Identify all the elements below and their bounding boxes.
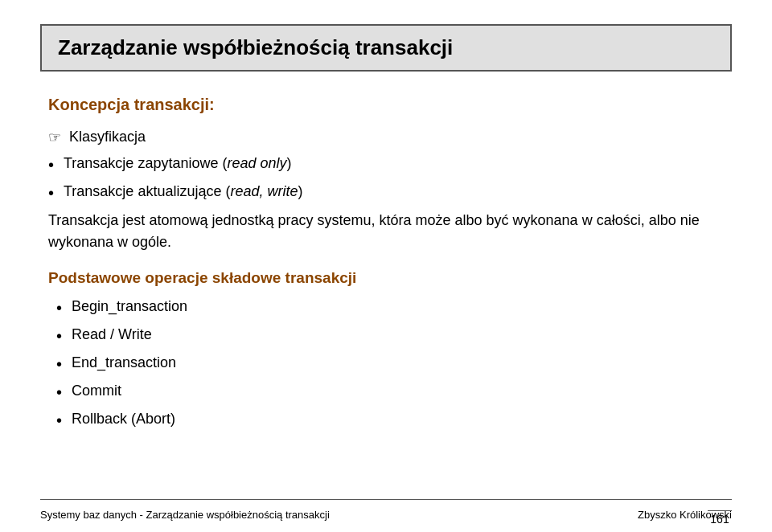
slide-title: Zarządzanie współbieżnością transakcji bbox=[58, 35, 453, 59]
op-item-4: • Commit bbox=[56, 381, 732, 403]
paragraph-text: Transakcja jest atomową jednostką pracy … bbox=[48, 210, 732, 253]
bullet-item-2-text: Transakcje aktualizujące (read, write) bbox=[64, 182, 302, 202]
footer-left-text: Systemy baz danych - Zarządzanie współbi… bbox=[40, 509, 330, 521]
op-item-2-text: Read / Write bbox=[72, 325, 152, 345]
op-item-5-text: Rollback (Abort) bbox=[72, 409, 175, 429]
title-box: Zarządzanie współbieżnością transakcji bbox=[40, 24, 732, 72]
operations-list: • Begin_transaction • Read / Write • End… bbox=[48, 297, 732, 431]
bullet-dot-1: • bbox=[48, 154, 54, 175]
phone-item: ☞ Klasyfikacja bbox=[48, 127, 732, 147]
op-item-2: • Read / Write bbox=[56, 325, 732, 346]
bullet-dot-op-1: • bbox=[56, 297, 62, 318]
footer-line bbox=[40, 499, 732, 500]
bullet-dot-op-2: • bbox=[56, 325, 62, 346]
bullet-dot-op-4: • bbox=[56, 382, 62, 403]
bullet-item-1: • Transakcje zapytaniowe (read only) bbox=[48, 153, 732, 175]
op-item-3-text: End_transaction bbox=[72, 353, 176, 373]
slide-container: Zarządzanie współbieżnością transakcji K… bbox=[0, 0, 772, 532]
op-item-3: • End_transaction bbox=[56, 353, 732, 374]
sub-heading: Podstawowe operacje składowe transakcji bbox=[48, 269, 732, 287]
bullet-dot-op-5: • bbox=[56, 410, 62, 431]
op-item-4-text: Commit bbox=[72, 381, 121, 401]
phone-icon: ☞ bbox=[48, 129, 61, 146]
op-item-5: • Rollback (Abort) bbox=[56, 409, 732, 431]
op-item-1-text: Begin_transaction bbox=[72, 297, 187, 317]
footer-content: Systemy baz danych - Zarządzanie współbi… bbox=[40, 509, 732, 521]
bullet-dot-2: • bbox=[48, 182, 54, 203]
section-heading: Koncepcja transakcji: bbox=[48, 96, 732, 114]
bullet-item-2: • Transakcje aktualizujące (read, write) bbox=[48, 182, 732, 203]
page-number: 161 bbox=[708, 510, 732, 526]
bullet-item-1-text: Transakcje zapytaniowe (read only) bbox=[64, 153, 292, 174]
bullet-dot-op-3: • bbox=[56, 354, 62, 374]
content-area: Koncepcja transakcji: ☞ Klasyfikacja • T… bbox=[40, 96, 732, 431]
phone-item-text: Klasyfikacja bbox=[69, 127, 146, 147]
op-item-1: • Begin_transaction bbox=[56, 297, 732, 318]
